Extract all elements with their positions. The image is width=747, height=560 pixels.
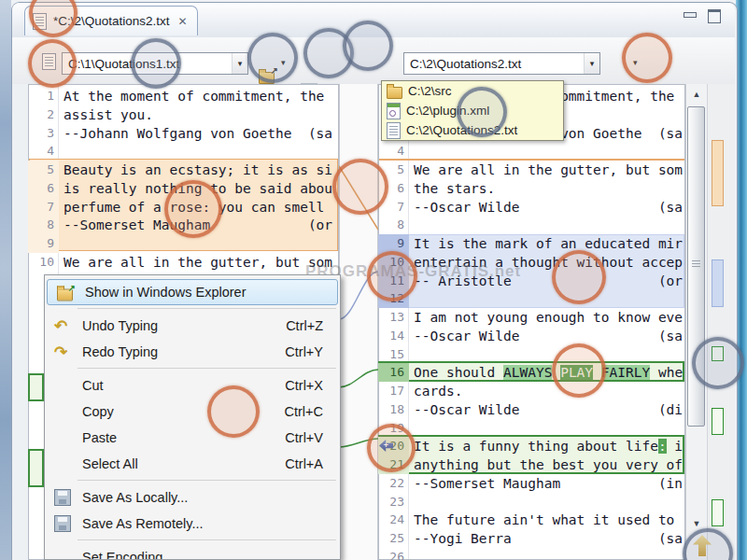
- menu-item-label: Set Encoding...: [82, 550, 174, 560]
- right-code-line[interactable]: I am not young enough to know eve: [414, 308, 684, 327]
- right-code-line[interactable]: [414, 548, 684, 560]
- right-line-number: 9: [378, 234, 409, 253]
- right-code-line[interactable]: --Yogi Berra (sa: [414, 529, 684, 548]
- right-code-line[interactable]: --Somerset Maugham (in: [414, 474, 684, 493]
- menu-item-label: Save As Locally...: [82, 490, 188, 505]
- menu-item-paste[interactable]: PasteCtrl+V: [45, 425, 340, 451]
- diff-connector-lines: [339, 84, 378, 560]
- left-line-number: 3: [28, 124, 59, 143]
- right-code-line[interactable]: [414, 142, 684, 161]
- right-code-line[interactable]: It is the mark of an educated mir: [414, 234, 684, 253]
- left-line-number: 2: [28, 105, 59, 124]
- right-line-number: 25: [378, 529, 409, 548]
- ruler-marker-orange[interactable]: [712, 140, 724, 206]
- annotation-circle-left-browse: [247, 33, 298, 83]
- right-code-line[interactable]: [414, 493, 684, 511]
- ruler-marker-green[interactable]: [712, 408, 724, 435]
- folder-go-icon: ↗: [57, 289, 73, 301]
- maximize-view-icon[interactable]: [707, 8, 722, 22]
- menu-item-show-in-windows-explorer[interactable]: ↗Show in Windows Explorer: [47, 279, 338, 305]
- right-code-line[interactable]: We are all in the gutter, but som: [414, 161, 684, 179]
- left-line-number: 1: [28, 87, 59, 105]
- right-code-line[interactable]: [414, 345, 684, 364]
- left-code-line[interactable]: assist you.: [63, 105, 338, 124]
- folder-icon: [387, 87, 402, 99]
- left-code-line[interactable]: At the moment of commitment, the: [63, 87, 338, 105]
- right-code-line[interactable]: the stars.: [414, 179, 684, 198]
- menu-item-copy[interactable]: CopyCtrl+C: [45, 399, 340, 425]
- right-path-value: C:\2\Quotations2.txt: [404, 57, 584, 71]
- menu-item-label: Redo Typing: [82, 344, 158, 359]
- menu-item-shortcut: Ctrl+V: [285, 430, 323, 445]
- right-code-line[interactable]: It is a funny thing about life: i: [414, 437, 684, 455]
- annotation-circle-play-word: [552, 343, 606, 398]
- menu-item-label: Select All: [82, 456, 138, 471]
- right-line-number: 18: [378, 400, 409, 419]
- right-line-number: 26: [378, 548, 409, 560]
- left-line-number: 4: [28, 142, 59, 161]
- undo-icon: ↶: [54, 318, 67, 334]
- menu-item-shortcut: Ctrl+A: [285, 456, 323, 471]
- left-code-line[interactable]: --Johann Wolfgang von Goethe (sa: [63, 124, 338, 143]
- menu-item-shortcut: Ctrl+X: [285, 378, 323, 393]
- annotation-circle-left-file-icon: [28, 39, 77, 88]
- menu-item-redo-typing[interactable]: ↷Redo TypingCtrl+Y: [45, 339, 340, 365]
- left-code-line[interactable]: Beauty is an ecstasy; it is as si: [63, 161, 338, 179]
- left-code-line[interactable]: We are all in the gutter, but som: [63, 253, 338, 272]
- tab-close-icon[interactable]: ✕: [178, 15, 188, 28]
- menu-item-shortcut: Ctrl+Y: [285, 344, 323, 359]
- right-code-line[interactable]: anything but the best you very of: [414, 455, 684, 474]
- menu-item-label: Copy: [82, 404, 114, 419]
- annotation-circle-right-save: [622, 33, 672, 83]
- menu-separator: [45, 537, 340, 544]
- right-line-number: 4: [378, 142, 409, 161]
- minimize-view-icon[interactable]: [683, 10, 698, 22]
- annotation-circle-line20-marker: [367, 424, 416, 472]
- left-diff-edge-box: [28, 373, 44, 401]
- right-code-line[interactable]: --Oscar Wilde (di: [414, 400, 684, 419]
- menu-item-label: Cut: [82, 378, 104, 393]
- textfile-icon: [387, 122, 401, 139]
- annotation-circle-lightbulb: [343, 21, 393, 71]
- left-code-line[interactable]: [63, 234, 338, 253]
- right-code-line[interactable]: cards.: [414, 382, 684, 400]
- right-code-line[interactable]: [414, 216, 684, 234]
- annotation-circle-menu-copy: [207, 385, 260, 438]
- annotation-circle-dropdown-plugin: [457, 87, 507, 137]
- ruler-marker-green[interactable]: [712, 499, 724, 526]
- menu-item-save-as-locally[interactable]: Save As Locally...: [45, 484, 340, 511]
- right-line-number: 23: [378, 493, 409, 511]
- left-diff-edge-box: [28, 449, 44, 487]
- ruler-marker-blue[interactable]: [712, 259, 724, 307]
- right-code-line[interactable]: The future ain't what it used to: [414, 511, 684, 529]
- scroll-up-icon[interactable]: ▲: [690, 90, 703, 99]
- menu-item-label: Undo Typing: [82, 318, 158, 333]
- right-code-line[interactable]: --Oscar Wilde (sa: [414, 198, 684, 217]
- annotation-circle-left-path-field: [131, 38, 181, 89]
- menu-item-shortcut: Ctrl+Z: [286, 318, 323, 333]
- menu-item-cut[interactable]: CutCtrl+X: [45, 372, 340, 399]
- right-path-combo[interactable]: C:\2\Quotations2.txt ▾: [403, 52, 600, 75]
- context-menu: ↗Show in Windows Explorer↶Undo TypingCtr…: [44, 274, 341, 560]
- menu-item-undo-typing[interactable]: ↶Undo TypingCtrl+Z: [45, 313, 340, 339]
- left-line-number: 5: [28, 161, 59, 179]
- scroll-down-icon[interactable]: ▼: [690, 519, 703, 528]
- right-code-line[interactable]: --Oscar Wilde (sa: [414, 327, 684, 345]
- dropdown-item-label: C:\2\src: [408, 84, 452, 98]
- menu-separator: [45, 365, 340, 372]
- save-icon: [54, 515, 71, 532]
- left-combo-arrow-icon[interactable]: ▾: [232, 53, 247, 74]
- menu-separator: [45, 477, 340, 484]
- right-code-line[interactable]: One should ALWAYS PLAY FAIRLY whe: [414, 363, 684, 382]
- annotation-circle-right-gutter-10: [367, 251, 417, 301]
- left-code-line[interactable]: [63, 142, 338, 161]
- menu-item-select-all[interactable]: Select AllCtrl+A: [45, 451, 340, 477]
- menu-item-set-encoding[interactable]: Set Encoding...: [45, 544, 340, 560]
- scrollbar-grip: [692, 260, 700, 268]
- left-line-number: 10: [28, 253, 59, 272]
- right-combo-arrow-icon[interactable]: ▾: [584, 53, 599, 74]
- menu-item-save-as-remotely[interactable]: Save As Remotely...: [45, 511, 340, 537]
- right-code-line[interactable]: [414, 289, 684, 308]
- left-line-number: 6: [28, 179, 59, 198]
- right-code-line[interactable]: [414, 419, 684, 438]
